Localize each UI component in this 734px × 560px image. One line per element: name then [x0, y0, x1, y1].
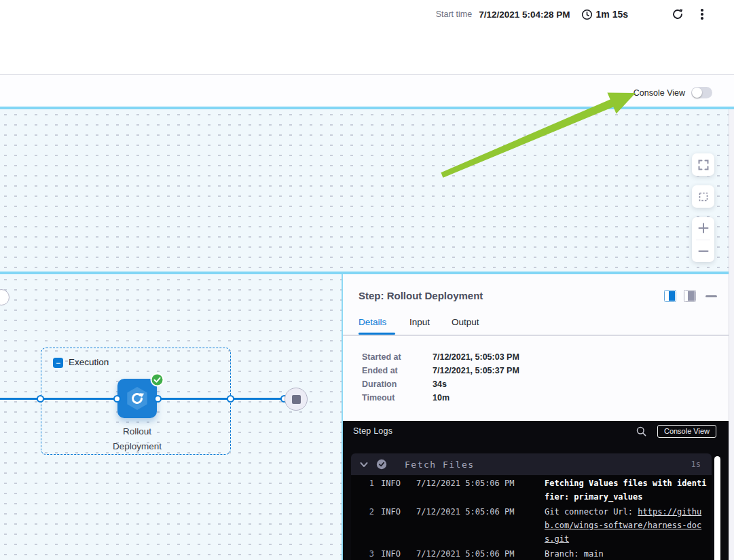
connector-dot [113, 395, 121, 403]
pipeline-canvas[interactable] [0, 109, 734, 272]
start-time-label: Start time [436, 10, 473, 19]
log-content[interactable]: 1 INFO 7/12/2021 5:05:06 PM Fetching Val… [351, 475, 712, 560]
pipeline-end-node[interactable] [285, 388, 308, 411]
detail-row-started: Started at7/12/2021, 5:05:03 PM [362, 352, 519, 362]
page-scrollbar-track[interactable] [729, 109, 734, 560]
node-label: Rollout Deployment [76, 424, 198, 454]
step-success-icon [376, 459, 387, 470]
log-group-duration: 1s [691, 460, 701, 469]
start-time-value: 7/12/2021 5:04:28 PM [479, 10, 570, 20]
collapse-minus-icon[interactable]: − [53, 358, 63, 368]
step-logs-bar: Step Logs Console View [343, 421, 729, 441]
step-logs-section: Step Logs Console View Fetch Files 1s [343, 421, 729, 560]
connector-dot [154, 395, 162, 403]
minimize-icon[interactable] [705, 295, 717, 297]
detail-row-ended: Ended at7/12/2021, 5:05:37 PM [362, 365, 519, 376]
pipeline-execution-page: Start time 7/12/2021 5:04:28 PM 1m 15s C… [0, 0, 734, 560]
connector-dot [227, 395, 234, 403]
top-header-bar: Start time 7/12/2021 5:04:28 PM 1m 15s [0, 0, 734, 75]
tabs-divider [343, 335, 729, 336]
tab-output[interactable]: Output [452, 317, 479, 327]
step-details-panel: Step: Rollout Deployment Details Input O… [343, 274, 729, 560]
zoom-in-icon[interactable] [692, 217, 714, 240]
success-check-icon [150, 373, 164, 387]
fullscreen-icon[interactable] [692, 153, 714, 176]
logs-console-view-button[interactable]: Console View [657, 425, 716, 438]
toggle-knob [692, 88, 702, 98]
detail-row-timeout: Timeout10m [362, 392, 449, 403]
chevron-down-icon[interactable] [360, 462, 368, 468]
connector-dot [37, 395, 44, 403]
zoom-out-icon[interactable] [692, 240, 714, 263]
search-icon[interactable] [636, 426, 646, 436]
tab-input[interactable]: Input [409, 317, 430, 327]
log-row: 2 INFO 7/12/2021 5:05:06 PM Git connecto… [351, 505, 712, 546]
execution-meta: Start time 7/12/2021 5:04:28 PM 1m 15s [436, 7, 710, 22]
split-view-blue-icon[interactable] [664, 290, 676, 302]
log-group-header[interactable]: Fetch Files 1s [351, 453, 712, 475]
refresh-icon[interactable] [670, 7, 685, 22]
log-scrollbar-thumb[interactable] [714, 456, 720, 560]
elapsed-time: 1m 15s [596, 9, 628, 20]
clock-icon [581, 9, 593, 20]
log-row: 1 INFO 7/12/2021 5:05:06 PM Fetching Val… [351, 477, 712, 504]
tab-details[interactable]: Details [359, 317, 386, 327]
canvas-toolbar: Console View [0, 75, 734, 107]
execution-group-label: Execution [69, 357, 109, 367]
stop-icon [292, 395, 301, 404]
canvas-zoom-controls [692, 153, 714, 262]
step-logs-title: Step Logs [353, 426, 392, 436]
console-view-label: Console View [634, 88, 685, 98]
split-view-gray-icon[interactable] [684, 290, 696, 302]
kebab-menu-icon[interactable] [695, 7, 710, 22]
log-group-name: Fetch Files [405, 460, 475, 470]
detail-row-duration: Duration34s [362, 379, 447, 390]
console-view-toggle[interactable] [691, 87, 712, 98]
panel-title: Step: Rollout Deployment [359, 290, 483, 301]
log-row: 3 INFO 7/12/2021 5:05:06 PM Branch: main [351, 547, 712, 560]
fit-selection-icon[interactable] [692, 185, 714, 208]
